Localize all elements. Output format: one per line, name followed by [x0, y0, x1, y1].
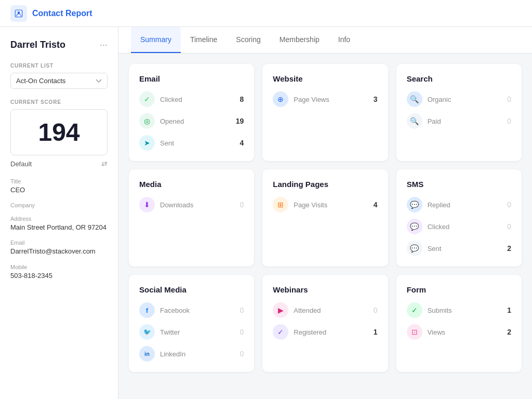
score-default-label: Default: [10, 160, 32, 168]
social-facebook-row: f Facebook 0: [139, 302, 244, 318]
current-list-section: CURRENT LIST Act-On Contacts: [10, 63, 108, 89]
sms-sent-label: Sent: [428, 245, 496, 252]
title-value: CEO: [10, 185, 108, 195]
webinar-registered-icon: ✓: [273, 324, 288, 340]
tab-membership[interactable]: Membership: [270, 27, 329, 53]
webinars-registered-value: 1: [367, 328, 378, 336]
form-views-value: 2: [501, 328, 511, 336]
score-refresh-icon[interactable]: ⇄: [101, 159, 108, 168]
form-submits-value: 1: [501, 306, 511, 314]
email-opened-row: ◎ Opened 19: [139, 113, 244, 129]
sidebar-menu-button[interactable]: ···: [100, 39, 108, 50]
website-pageviews-value: 3: [367, 95, 378, 103]
website-card-title: Website: [273, 74, 377, 83]
contact-name: Darrel Tristo: [10, 39, 65, 50]
form-submits-label: Submits: [428, 307, 496, 314]
cards-grid: Email ✓ Clicked 8 ◎ Opened 19 ➤ Sent 4: [118, 54, 532, 382]
tab-timeline[interactable]: Timeline: [181, 27, 227, 53]
social-facebook-label: Facebook: [160, 307, 228, 314]
email-sent-label: Sent: [160, 139, 228, 147]
webinars-card: Webinars ▶ Attended 0 ✓ Registered 1: [262, 275, 388, 372]
webinars-card-title: Webinars: [273, 285, 377, 294]
search-organic-icon: 🔍: [407, 91, 422, 107]
search-card-title: Search: [407, 74, 511, 83]
email-opened-value: 19: [233, 117, 244, 125]
tab-scoring[interactable]: Scoring: [227, 27, 270, 53]
webinars-registered-label: Registered: [294, 328, 362, 336]
social-twitter-value: 0: [233, 328, 244, 336]
social-linkedin-row: in LinkedIn 0: [139, 346, 244, 362]
website-pageviews-label: Page Views: [294, 96, 362, 103]
webinar-attended-icon: ▶: [273, 302, 288, 318]
media-downloads-row: ⬇ Downloads 0: [139, 197, 244, 212]
email-opened-label: Opened: [160, 117, 228, 125]
svg-point-1: [18, 11, 20, 14]
search-organic-value: 0: [501, 95, 511, 103]
mobile-value: 503-818-2345: [10, 271, 108, 281]
media-card: Media ⬇ Downloads 0: [129, 169, 254, 267]
sms-replied-label: Replied: [428, 201, 496, 209]
social-linkedin-label: LinkedIn: [160, 350, 228, 358]
sidebar: Darrel Tristo ··· CURRENT LIST Act-On Co…: [0, 27, 118, 399]
landing-pages-visits-icon: ⊞: [273, 197, 288, 212]
webinars-registered-row: ✓ Registered 1: [273, 324, 377, 340]
current-list-select[interactable]: Act-On Contacts: [10, 73, 108, 89]
webinars-attended-row: ▶ Attended 0: [273, 302, 377, 318]
email-clicked-value: 8: [233, 95, 244, 103]
search-paid-label: Paid: [428, 117, 496, 125]
landing-pages-visits-row: ⊞ Page Visits 4: [273, 197, 377, 212]
sms-card: SMS 💬 Replied 0 💬 Clicked 0 💬 Sent 2: [396, 169, 522, 267]
address-row: Address Main Street Portland, OR 97204: [10, 216, 108, 232]
media-downloads-icon: ⬇: [139, 197, 155, 212]
form-views-label: Views: [428, 328, 496, 336]
score-box: 194: [10, 109, 108, 155]
email-clicked-row: ✓ Clicked 8: [139, 91, 244, 107]
social-twitter-label: Twitter: [160, 328, 228, 336]
current-list-label: CURRENT LIST: [10, 63, 108, 69]
current-score-label: CURRENT SCORE: [10, 99, 108, 105]
email-sent-icon: ➤: [139, 135, 155, 151]
sms-clicked-icon: 💬: [407, 219, 422, 234]
search-paid-value: 0: [501, 117, 511, 125]
form-submits-row: ✓ Submits 1: [407, 302, 511, 318]
email-clicked-label: Clicked: [160, 96, 228, 103]
sms-sent-icon: 💬: [407, 241, 422, 256]
social-twitter-row: 🐦 Twitter 0: [139, 324, 244, 340]
mobile-row: Mobile 503-818-2345: [10, 264, 108, 281]
sms-card-title: SMS: [407, 180, 511, 189]
address-label: Address: [10, 216, 108, 222]
tab-info[interactable]: Info: [329, 27, 360, 53]
form-card-title: Form: [407, 285, 511, 294]
current-score-section: CURRENT SCORE 194 Default ⇄: [10, 99, 108, 168]
form-card: Form ✓ Submits 1 ⊡ Views 2: [396, 275, 522, 372]
header: Contact Report: [0, 0, 532, 27]
form-views-icon: ⊡: [407, 324, 422, 340]
tab-summary[interactable]: Summary: [131, 27, 181, 53]
email-opened-icon: ◎: [139, 113, 155, 129]
company-label: Company: [10, 202, 108, 208]
media-downloads-value: 0: [233, 201, 244, 209]
landing-pages-card: Landing Pages ⊞ Page Visits 4: [262, 169, 388, 267]
company-row: Company: [10, 202, 108, 208]
webinars-attended-label: Attended: [294, 307, 362, 314]
tabs-bar: Summary Timeline Scoring Membership Info: [118, 27, 532, 54]
search-paid-row: 🔍 Paid 0: [407, 113, 511, 129]
email-sent-value: 4: [233, 139, 244, 147]
email-sent-row: ➤ Sent 4: [139, 135, 244, 151]
search-organic-label: Organic: [428, 96, 496, 103]
social-linkedin-value: 0: [233, 350, 244, 358]
landing-pages-visits-label: Page Visits: [294, 201, 362, 209]
email-card: Email ✓ Clicked 8 ◎ Opened 19 ➤ Sent 4: [129, 64, 254, 161]
title-label: Title: [10, 178, 108, 184]
website-pageviews-row: ⊕ Page Views 3: [273, 91, 377, 107]
sms-replied-icon: 💬: [407, 197, 422, 212]
social-facebook-value: 0: [233, 306, 244, 314]
sms-clicked-value: 0: [501, 222, 511, 231]
main-layout: Darrel Tristo ··· CURRENT LIST Act-On Co…: [0, 27, 532, 399]
email-clicked-icon: ✓: [139, 91, 155, 107]
email-row: Email DarrelTristo@stackover.com: [10, 240, 108, 256]
header-icon: [10, 5, 27, 22]
mobile-label: Mobile: [10, 264, 108, 270]
sms-replied-value: 0: [501, 201, 511, 209]
webinars-attended-value: 0: [367, 306, 378, 314]
